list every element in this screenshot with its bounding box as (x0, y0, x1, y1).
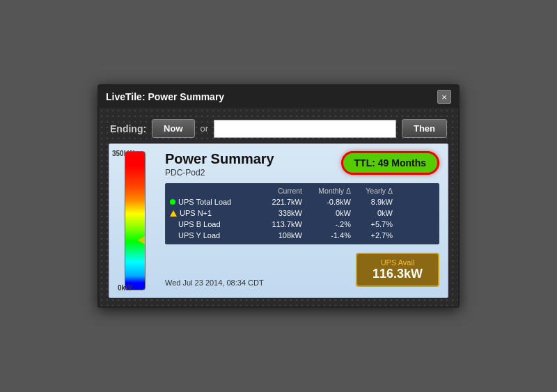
row3-current: 113.7kW (253, 220, 302, 228)
green-indicator (170, 199, 175, 205)
empty-indicator (170, 233, 175, 238)
table-row: UPS Total Load 221.7kW -0.8kW 8.9kW (170, 196, 434, 207)
ending-label: Ending: (110, 123, 146, 134)
row3-monthly: -.2% (302, 220, 351, 228)
table-header: Current Monthly Δ Yearly Δ (170, 187, 434, 196)
header-yearly: Yearly Δ (351, 187, 393, 195)
ttl-badge: TTL: 49 Months (341, 151, 439, 175)
row1-name: UPS Total Load (170, 198, 253, 206)
row2-current: 338kW (253, 209, 302, 217)
gauge-left: 350kW 0kW (116, 151, 158, 290)
gauge-bottom-label: 0kW (118, 284, 132, 292)
power-title-block: Power Summary PDC-Pod2 (165, 151, 274, 178)
row1-yearly: 8.9kW (351, 198, 393, 206)
panel-title: Power Summary (165, 151, 274, 166)
now-button[interactable]: Now (152, 119, 194, 138)
dialog-body: Ending: Now or Then 350kW 0kW (99, 108, 458, 306)
row1-monthly: -0.8kW (302, 198, 351, 206)
close-button[interactable]: × (437, 90, 451, 104)
row2-monthly: 0kW (302, 209, 351, 217)
row4-current: 108kW (253, 231, 302, 240)
empty-indicator (170, 221, 175, 227)
power-header: Power Summary PDC-Pod2 TTL: 49 Months (165, 151, 439, 178)
or-label: or (201, 123, 209, 134)
title-bar: LiveTile: Power Summary × (99, 86, 458, 108)
row3-name: UPS B Load (170, 220, 253, 228)
table-row: UPS B Load 113.7kW -.2% +5.7% (170, 219, 434, 230)
row4-monthly: -1.4% (302, 231, 351, 240)
main-dialog: LiveTile: Power Summary × Ending: Now or… (97, 84, 460, 308)
row4-name: UPS Y Load (170, 231, 253, 240)
row1-current: 221.7kW (253, 198, 302, 206)
yellow-indicator (170, 210, 177, 217)
panel-subtitle: PDC-Pod2 (165, 168, 274, 178)
avail-value: 116.3kW (372, 267, 423, 281)
avail-label: UPS Avail (366, 258, 430, 267)
data-table: Current Monthly Δ Yearly Δ UPS Total Loa… (165, 183, 439, 244)
row3-yearly: +5.7% (351, 220, 393, 228)
toolbar: Ending: Now or Then (106, 113, 451, 143)
row4-yearly: +2.7% (351, 231, 393, 240)
dialog-title: LiveTile: Power Summary (106, 91, 224, 102)
header-current: Current (253, 187, 302, 195)
row2-name: UPS N+1 (170, 209, 253, 217)
content-panel: 350kW 0kW Power Summary PDC-P (109, 143, 448, 298)
gauge-bar (125, 151, 146, 290)
bottom-row: Wed Jul 23 2014, 08:34 CDT UPS Avail 116… (165, 250, 439, 287)
header-name (170, 187, 253, 195)
date-input[interactable] (214, 120, 396, 138)
then-button[interactable]: Then (402, 119, 447, 138)
header-monthly: Monthly Δ (302, 187, 351, 195)
right-content: Power Summary PDC-Pod2 TTL: 49 Months Cu… (165, 151, 439, 290)
gauge-container: 350kW 0kW (125, 151, 150, 290)
avail-box: UPS Avail 116.3kW (356, 253, 439, 287)
table-row: UPS N+1 338kW 0kW 0kW (170, 207, 434, 219)
table-row: UPS Y Load 108kW -1.4% +2.7% (170, 230, 434, 241)
row2-yearly: 0kW (351, 209, 393, 217)
timestamp: Wed Jul 23 2014, 08:34 CDT (165, 279, 264, 287)
